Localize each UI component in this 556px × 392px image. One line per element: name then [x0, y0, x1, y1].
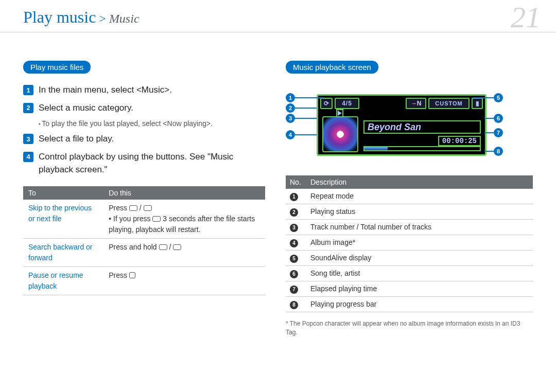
breadcrumb-sep: > — [99, 12, 106, 26]
controls-table: To Do this Skip to the previous or next … — [23, 186, 265, 295]
soundalive-label: CUSTOM — [428, 98, 470, 109]
table-row: 2Playing status — [286, 204, 533, 220]
action-label: Skip to the previous or next file — [23, 200, 103, 239]
action-do: Press and hold / — [103, 239, 265, 267]
callout-3: 3 — [286, 114, 295, 123]
page-header: Play music > Music — [0, 0, 556, 32]
track-counter: 4/5 — [335, 98, 359, 109]
progress-bar — [363, 146, 481, 151]
row-num-icon: 4 — [290, 239, 298, 247]
left-column: Play music files 1 In the main menu, sel… — [23, 61, 265, 337]
play-status-icon — [338, 111, 342, 116]
table-row: 3Track number / Total number of tracks — [286, 220, 533, 235]
row-desc: Repeat mode — [306, 189, 533, 204]
action-do: Press / If you press 3 seconds after the… — [103, 200, 265, 239]
soundalive-icon: →N — [406, 98, 426, 109]
row-num-icon: 2 — [290, 208, 298, 217]
table-row: 6Song title, artist — [286, 266, 533, 281]
table-row: 1Repeat mode — [286, 189, 533, 204]
table-row: 4Album image* — [286, 235, 533, 251]
left-button-icon — [159, 244, 167, 250]
row-desc: Song title, artist — [306, 266, 533, 281]
content: Play music files 1 In the main menu, sel… — [0, 32, 556, 347]
right-button-icon — [173, 244, 181, 250]
col-header-to: To — [23, 186, 103, 200]
do-text: Press — [109, 204, 129, 212]
table-row: Search backward or forward Press and hol… — [23, 239, 265, 267]
callout-2: 2 — [286, 103, 295, 113]
table-row: Skip to the previous or next file Press … — [23, 200, 265, 239]
step-num-icon: 4 — [23, 152, 33, 162]
step-2-note: To play the file you last played, select… — [39, 119, 265, 128]
row-num-icon: 1 — [290, 193, 298, 201]
action-do: Press — [103, 267, 265, 295]
step-num-icon: 1 — [23, 85, 33, 95]
album-image — [322, 116, 358, 152]
col-header-do: Do this — [103, 186, 265, 200]
step-4: 4 Control playback by using the buttons.… — [23, 151, 265, 176]
battery-icon: ▮ — [472, 98, 483, 109]
action-label: Pause or resume playback — [23, 267, 103, 295]
left-button-icon — [129, 205, 137, 211]
page-number: 21 — [511, 0, 541, 34]
row-num-icon: 5 — [290, 255, 298, 263]
action-label: Search backward or forward — [23, 239, 103, 267]
row-desc: Playing status — [306, 204, 533, 220]
row-num-icon: 6 — [290, 270, 298, 278]
callout-5: 5 — [494, 93, 503, 102]
breadcrumb-sub: Music — [109, 12, 140, 26]
step-text: Control playback by using the buttons. S… — [39, 151, 265, 176]
callout-6: 6 — [494, 114, 503, 123]
col-header-no: No. — [286, 175, 306, 189]
do-text: Press — [109, 271, 129, 279]
section-pill-playback-screen: Music playback screen — [286, 61, 378, 74]
row-desc: Playing progress bar — [306, 297, 533, 312]
step-3: 3 Select a file to play. — [23, 133, 265, 146]
step-1: 1 In the main menu, select <Music>. — [23, 84, 265, 97]
row-desc: Track number / Total number of tracks — [306, 220, 533, 235]
song-title: Beyond San — [363, 120, 481, 134]
left-button-icon — [152, 216, 161, 222]
callout-7: 7 — [494, 128, 503, 137]
do-text: Press and hold — [109, 243, 159, 251]
row-num-icon: 3 — [290, 224, 298, 232]
step-text: In the main menu, select <Music>. — [39, 84, 172, 97]
row-desc: SoundAlive display — [306, 251, 533, 266]
row-num-icon: 8 — [290, 301, 298, 309]
table-row: Pause or resume playback Press — [23, 267, 265, 295]
step-num-icon: 3 — [23, 134, 33, 144]
table-row: 7Elapsed playing time — [286, 281, 533, 297]
footnote: * The Popcon character will appear when … — [286, 319, 533, 337]
row-desc: Album image* — [306, 235, 533, 251]
callout-8: 8 — [494, 147, 503, 156]
table-row: 5SoundAlive display — [286, 251, 533, 266]
play-pause-button-icon — [129, 272, 135, 278]
col-header-desc: Description — [306, 175, 533, 189]
right-button-icon — [144, 205, 152, 211]
step-2: 2 Select a music category. — [23, 102, 265, 115]
row-num-icon: 7 — [290, 286, 298, 294]
do-bullet: If you press 3 seconds after the file st… — [109, 215, 255, 234]
device-screen: ⟳ 4/5 →N CUSTOM ▮ Beyond San 00:00:25 — [317, 94, 486, 156]
elapsed-time: 00:00:25 — [438, 136, 481, 146]
step-num-icon: 2 — [23, 103, 33, 113]
callout-4: 4 — [286, 130, 295, 139]
table-row: 8Playing progress bar — [286, 297, 533, 312]
section-pill-play-files: Play music files — [23, 61, 91, 74]
step-text: Select a file to play. — [39, 133, 114, 146]
repeat-mode-icon: ⟳ — [320, 98, 333, 109]
description-table: No. Description 1Repeat mode 2Playing st… — [286, 175, 533, 312]
row-desc: Elapsed playing time — [306, 281, 533, 297]
callout-1: 1 — [286, 93, 295, 102]
right-column: Music playback screen ⟳ 4/5 →N CUSTOM ▮ … — [286, 61, 533, 337]
playback-screen-diagram: ⟳ 4/5 →N CUSTOM ▮ Beyond San 00:00:25 1 … — [286, 84, 533, 166]
step-text: Select a music category. — [39, 102, 133, 115]
breadcrumb-main: Play music — [23, 8, 96, 27]
